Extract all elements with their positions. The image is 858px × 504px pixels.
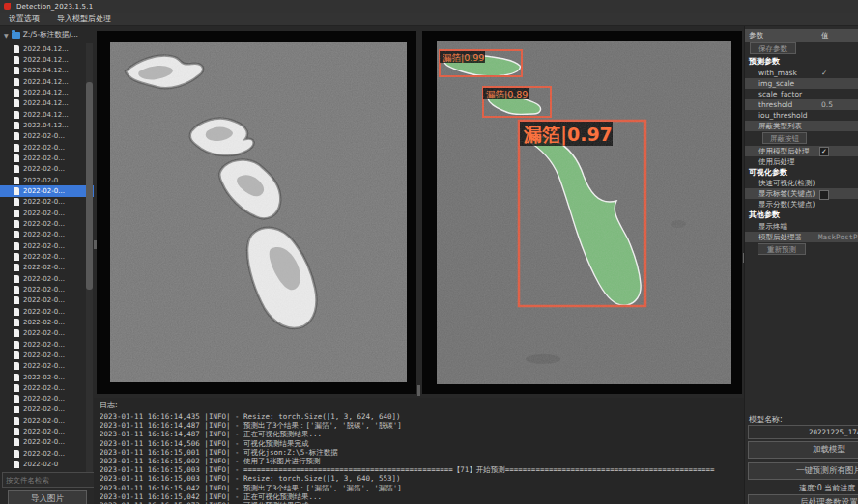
tree-item[interactable]: 2022-02-0... — [0, 218, 94, 229]
file-icon — [14, 428, 19, 435]
param-row[interactable]: 使用模型后处理✓ — [745, 146, 858, 156]
param-row[interactable]: 快速可视化(检测) — [745, 178, 858, 188]
log-panel[interactable]: 日志: 2023-01-11 16:16:14,435 |INFO| - Res… — [94, 398, 744, 504]
file-icon — [14, 362, 19, 370]
param-row[interactable]: 使用后处理 — [745, 156, 858, 167]
save-params-row: 保存参数 — [745, 42, 858, 56]
tree-item[interactable]: 2022-02-0... — [0, 273, 94, 284]
model-name-field[interactable]: 20221225_174813 — [748, 425, 858, 439]
tree-item[interactable]: 2022-02-0... — [0, 448, 94, 459]
param-row[interactable]: 显示标签(关键点) — [745, 188, 858, 199]
search-input[interactable] — [2, 472, 96, 488]
save-params-button[interactable]: 保存参数 — [750, 42, 796, 54]
tree-item[interactable]: 2022-02-0... — [0, 306, 94, 317]
tree-item[interactable]: 2022-02-0... — [0, 350, 94, 360]
tree-item[interactable]: 2022-02-0... — [0, 328, 94, 339]
tree-item[interactable]: 2022.04.12... — [0, 76, 94, 87]
tree-item-label: 2022-02-0... — [23, 384, 65, 392]
load-model-button[interactable]: 加载模型 — [748, 441, 858, 459]
source-image[interactable] — [110, 42, 407, 382]
tree-item[interactable]: 2022-02-0... — [0, 185, 94, 196]
checkbox-checked[interactable]: ✓ — [819, 147, 829, 156]
param-row[interactable]: threshold0.5 — [745, 99, 858, 110]
log-line: 2023-01-11 16:16:15,002 |INFO| - 使用了1张图片… — [100, 457, 744, 465]
prediction-image-panel[interactable]: 漏箔|0.99 漏箔|0.89 漏箔|0.97 — [422, 31, 742, 394]
caret-down-icon[interactable]: ▼ — [4, 32, 9, 39]
tree-item[interactable]: 2022-02-0... — [0, 240, 94, 251]
file-tree-list[interactable]: 2022.04.12...2022.04.12...2022.04.12...2… — [0, 43, 94, 472]
tree-item-label: 2022-02-0... — [23, 406, 65, 413]
param-row[interactable]: with_mask✓ — [745, 68, 858, 78]
predict-all-button[interactable]: 一键预测所有图片 — [748, 462, 858, 480]
splitter-handle-left[interactable] — [94, 240, 97, 249]
tree-item[interactable]: 2022-02-0... — [0, 230, 94, 240]
param-label: 使用模型后处理 — [758, 146, 810, 156]
tree-item[interactable]: 2022-02-0... — [0, 208, 94, 218]
tree-scrollbar-thumb[interactable] — [86, 82, 93, 290]
tree-item[interactable]: 2022-02-0... — [0, 437, 94, 448]
tree-item[interactable]: 2022.04.12... — [0, 54, 94, 65]
tree-item[interactable]: 2022.04.12... — [0, 43, 94, 54]
menu-item-settings[interactable]: 设置选项 — [0, 13, 48, 25]
tree-item[interactable]: 2022-02-0... — [0, 317, 94, 327]
file-icon — [14, 154, 19, 162]
menu-item-import-postprocess[interactable]: 导入模型后处理 — [48, 13, 120, 25]
param-button-repredict[interactable]: 重新预测 — [758, 243, 806, 255]
tree-item-label: 2022.04.12... — [23, 56, 69, 64]
tree-item[interactable]: 2022.04.12... — [0, 66, 94, 76]
tree-item[interactable]: 2022-02-0... — [0, 361, 94, 372]
tree-item-label: 2022-02-0... — [23, 220, 65, 228]
tree-item[interactable]: 2022-02-0... — [0, 164, 94, 175]
param-row[interactable]: scale_factor — [745, 89, 858, 99]
param-button-mask[interactable]: 屏蔽按钮 — [762, 132, 807, 144]
tree-item[interactable]: 2022-02-0... — [0, 426, 94, 436]
prediction-image[interactable]: 漏箔|0.99 漏箔|0.89 漏箔|0.97 — [437, 41, 731, 384]
tree-item[interactable]: 2022-02-0... — [0, 153, 94, 163]
tree-scrollbar[interactable] — [86, 43, 93, 472]
tree-item[interactable]: 2022-02-0... — [0, 175, 94, 185]
param-value: ✓ — [821, 68, 827, 78]
tree-item-label: 2022-02-0... — [23, 395, 65, 403]
tree-item[interactable]: 2022-02-0... — [0, 142, 94, 153]
source-image-panel[interactable] — [97, 31, 416, 394]
file-icon — [14, 319, 19, 326]
prediction-image-content: 漏箔|0.99 漏箔|0.89 漏箔|0.97 — [437, 41, 731, 384]
tree-item[interactable]: 2022-02-0... — [0, 197, 94, 208]
file-icon — [14, 187, 19, 195]
tree-item[interactable]: 2022.04.12... — [0, 98, 94, 109]
tree-item[interactable]: 2022-02-0... — [0, 251, 94, 262]
tree-item[interactable]: 2022.04.12... — [0, 109, 94, 120]
tree-item[interactable]: 2022-02-0... — [0, 339, 94, 350]
tree-item[interactable]: 2022-02-0 — [0, 459, 94, 469]
checkbox-unchecked[interactable] — [819, 190, 829, 200]
param-section-header: 预测参数 — [745, 56, 858, 68]
param-row[interactable]: iou_threshold — [745, 110, 858, 121]
param-row[interactable]: 显示分数(关键点) — [745, 199, 858, 210]
file-icon — [14, 242, 19, 250]
tree-item[interactable]: 2022-02-0... — [0, 394, 94, 405]
tree-item[interactable]: 2022-02-0... — [0, 284, 94, 294]
tree-item[interactable]: 2022-02-0... — [0, 405, 94, 415]
param-row[interactable]: 屏蔽类型列表 — [745, 121, 858, 131]
tree-item[interactable]: 2022-02-0... — [0, 382, 94, 393]
tree-item[interactable]: 2022-02-0... — [0, 131, 94, 142]
log-line: 2023-01-11 16:16:15,042 |INFO| - 正在可视化预测… — [100, 492, 744, 501]
import-images-button[interactable]: 导入图片 — [8, 490, 87, 504]
param-label: 屏蔽类型列表 — [758, 121, 802, 131]
tree-item[interactable]: 2022.04.12... — [0, 120, 94, 130]
params-col-value: 值 — [821, 31, 829, 41]
tree-item[interactable]: 2022.04.12... — [0, 87, 94, 98]
tree-item[interactable]: 2022-02-0... — [0, 372, 94, 382]
param-label: threshold — [758, 99, 792, 110]
param-row[interactable]: img_scale — [745, 78, 858, 89]
tree-root-folder[interactable]: ▼ Z:/5-标注数据/... — [0, 29, 94, 41]
splitter-handle-bottom[interactable] — [417, 385, 420, 396]
tree-item[interactable]: 2022-02-0... — [0, 295, 94, 306]
tree-item-label: 2022-02-0... — [23, 417, 65, 425]
param-row[interactable]: 显示终端 — [745, 221, 858, 232]
tree-item[interactable]: 2022-02-0... — [0, 263, 94, 273]
tree-item[interactable]: 2022-02-0... — [0, 415, 94, 426]
param-row[interactable]: 模型后处理器MaskPostProc — [745, 232, 858, 242]
postprocess-settings-button[interactable]: 后处理参数设置 — [748, 494, 858, 504]
file-icon — [14, 231, 19, 238]
